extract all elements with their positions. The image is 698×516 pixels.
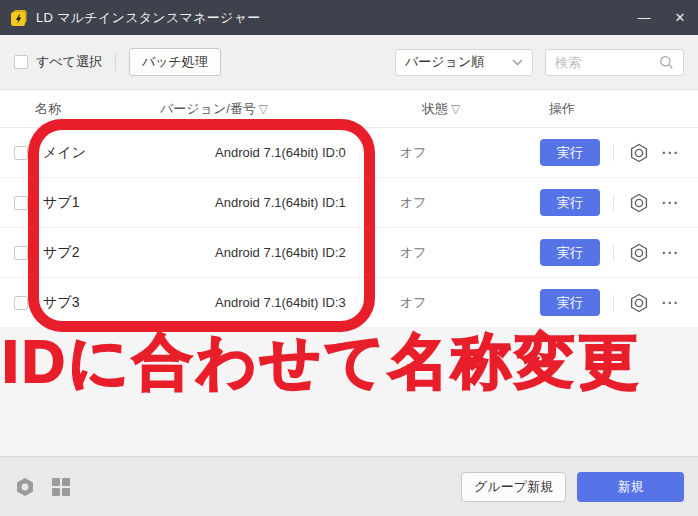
more-options-icon[interactable]: ⋯ xyxy=(661,294,679,311)
action-divider xyxy=(613,145,614,161)
action-divider xyxy=(613,295,614,311)
app-icon xyxy=(10,9,28,27)
table-row[interactable]: サブ2 Android 7.1(64bit) ID:2 オフ 実行 ⋯ xyxy=(0,228,698,278)
chevron-down-icon xyxy=(512,59,523,66)
empty-list-area xyxy=(0,328,698,456)
filter-icon[interactable]: ▽ xyxy=(259,102,268,116)
table-row[interactable]: サブ1 Android 7.1(64bit) ID:1 オフ 実行 ⋯ xyxy=(0,178,698,228)
toolbar-divider xyxy=(115,53,116,71)
instance-status: オフ xyxy=(400,194,540,212)
run-button[interactable]: 実行 xyxy=(540,139,600,166)
row-checkbox[interactable] xyxy=(14,196,28,210)
window-title: LD マルチインスタンスマネージャー xyxy=(36,9,261,27)
titlebar: LD マルチインスタンスマネージャー — ✕ xyxy=(0,0,698,35)
action-divider xyxy=(613,195,614,211)
batch-process-button[interactable]: バッチ処理 xyxy=(129,48,221,76)
more-options-icon[interactable]: ⋯ xyxy=(661,144,679,161)
table-row[interactable]: サブ3 Android 7.1(64bit) ID:3 オフ 実行 ⋯ xyxy=(0,278,698,328)
header-version: バージョン/番号 ▽ xyxy=(160,100,422,118)
row-checkbox[interactable] xyxy=(14,146,28,160)
search-box xyxy=(545,49,684,76)
more-options-icon[interactable]: ⋯ xyxy=(661,244,679,261)
instance-version: Android 7.1(64bit) ID:2 xyxy=(215,245,400,260)
instance-version: Android 7.1(64bit) ID:0 xyxy=(215,145,400,160)
header-name: 名称 xyxy=(35,100,160,118)
close-button[interactable]: ✕ xyxy=(662,0,698,35)
multi-instance-manager-window: LD マルチインスタンスマネージャー — ✕ すべて選択 バッチ処理 バージョン… xyxy=(0,0,698,516)
run-button[interactable]: 実行 xyxy=(540,189,600,216)
row-checkbox[interactable] xyxy=(14,246,28,260)
instance-status: オフ xyxy=(400,244,540,262)
instance-name: サブ2 xyxy=(43,244,215,262)
instance-status: オフ xyxy=(400,144,540,162)
search-icon xyxy=(659,55,674,70)
instance-status: オフ xyxy=(400,294,540,312)
table-header: 名称 バージョン/番号 ▽ 状態 ▽ 操作 xyxy=(0,90,698,128)
action-divider xyxy=(613,245,614,261)
new-group-button[interactable]: グループ新規 xyxy=(461,472,566,502)
run-button[interactable]: 実行 xyxy=(540,289,600,316)
header-status: 状態 ▽ xyxy=(422,100,549,118)
minimize-button[interactable]: — xyxy=(626,0,662,35)
grid-view-icon[interactable] xyxy=(51,477,71,497)
instance-version: Android 7.1(64bit) ID:3 xyxy=(215,295,400,310)
search-input[interactable] xyxy=(555,55,659,70)
row-checkbox[interactable] xyxy=(14,296,28,310)
header-action: 操作 xyxy=(549,100,575,118)
more-options-icon[interactable]: ⋯ xyxy=(661,194,679,211)
sort-order-value: バージョン順 xyxy=(405,53,484,71)
settings-gear-icon[interactable] xyxy=(628,142,650,164)
select-all-label: すべて選択 xyxy=(36,53,102,71)
header-status-label: 状態 xyxy=(422,100,448,118)
instance-name: サブ3 xyxy=(43,294,215,312)
table-row[interactable]: メイン Android 7.1(64bit) ID:0 オフ 実行 ⋯ xyxy=(0,128,698,178)
settings-gear-icon[interactable] xyxy=(14,476,36,498)
instance-list: メイン Android 7.1(64bit) ID:0 オフ 実行 ⋯ サブ1 … xyxy=(0,128,698,328)
run-button[interactable]: 実行 xyxy=(540,239,600,266)
settings-gear-icon[interactable] xyxy=(628,292,650,314)
settings-gear-icon[interactable] xyxy=(628,242,650,264)
header-version-label: バージョン/番号 xyxy=(160,100,256,118)
select-all-checkbox[interactable] xyxy=(14,55,28,69)
filter-icon[interactable]: ▽ xyxy=(451,102,460,116)
toolbar: すべて選択 バッチ処理 バージョン順 xyxy=(0,35,698,90)
footer-bar: グループ新規 新規 xyxy=(0,456,698,516)
settings-gear-icon[interactable] xyxy=(628,192,650,214)
instance-version: Android 7.1(64bit) ID:1 xyxy=(215,195,400,210)
sort-order-dropdown[interactable]: バージョン順 xyxy=(395,49,533,76)
new-instance-button[interactable]: 新規 xyxy=(577,472,684,502)
instance-name: メイン xyxy=(43,144,215,162)
instance-name: サブ1 xyxy=(43,194,215,212)
